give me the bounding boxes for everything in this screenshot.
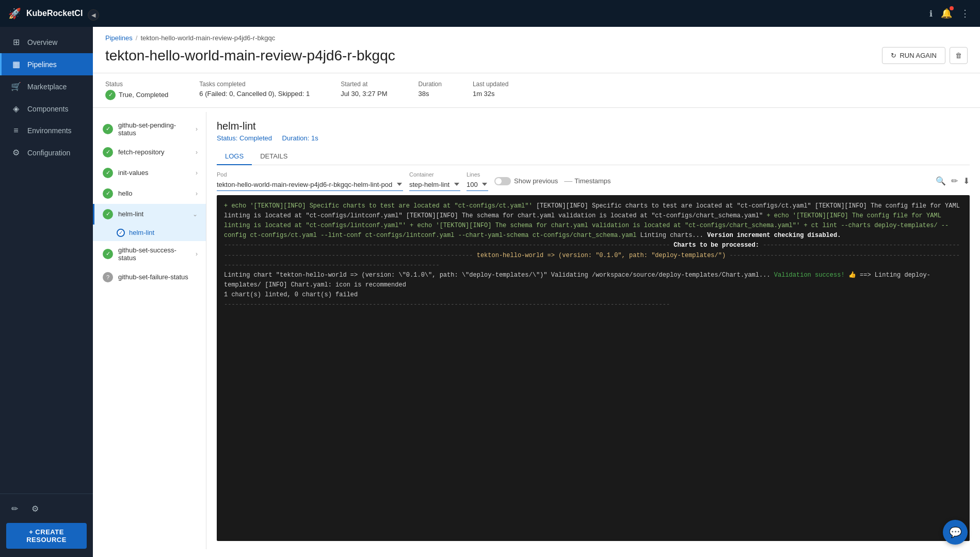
search-icon[interactable]: 🔍	[936, 176, 946, 186]
step-github-set-failure[interactable]: ? github-set-failure-status	[93, 267, 206, 288]
settings-icon-button[interactable]: ⚙	[27, 500, 43, 517]
sidebar: 🚀 KubeRocketCI ◀ ⊞ Overview ▦ Pipelines …	[0, 0, 93, 557]
started-label: Started at	[341, 81, 387, 88]
step-success-icon: ✓	[103, 168, 113, 178]
sidebar-item-label: Configuration	[27, 149, 70, 157]
create-resource-label: + CREATE RESOURCE	[12, 528, 81, 544]
sub-step-label: helm-lint	[129, 229, 154, 236]
page-title-area: tekton-hello-world-main-review-p4jd6-r-b…	[93, 45, 980, 73]
run-again-icon: ↻	[891, 52, 896, 59]
container-select[interactable]: step-helm-lint	[409, 179, 460, 191]
step-success-icon: ✓	[103, 188, 113, 199]
started-value: Jul 30, 3:27 PM	[341, 90, 387, 98]
chevron-right-icon: ›	[196, 250, 198, 258]
sidebar-item-label: Environments	[27, 126, 72, 135]
sidebar-item-components[interactable]: ◈ Components	[0, 98, 93, 120]
step-label: init-values	[118, 169, 190, 177]
show-previous-switch[interactable]	[494, 177, 511, 185]
notification-dot	[950, 6, 954, 10]
step-github-set-success[interactable]: ✓ github-set-success-status ›	[93, 241, 206, 267]
breadcrumb-pipelines-link[interactable]: Pipelines	[105, 34, 133, 42]
sidebar-item-pipelines[interactable]: ▦ Pipelines	[0, 53, 93, 75]
tab-details[interactable]: DETAILS	[252, 148, 296, 165]
info-icon[interactable]: ℹ	[929, 9, 933, 19]
sidebar-item-configuration[interactable]: ⚙ Configuration	[0, 141, 93, 164]
pod-field: Pod tekton-hello-world-main-review-p4jd6…	[217, 171, 403, 191]
step-label: hello	[118, 189, 190, 197]
chevron-right-icon: ›	[196, 169, 198, 177]
chat-fab-button[interactable]: 💬	[943, 520, 968, 545]
app-name: KubeRocketCI	[26, 9, 83, 18]
sidebar-item-environments[interactable]: ≡ Environments	[0, 120, 93, 141]
status-value: ✓ True, Completed	[105, 90, 168, 100]
status-item-status: Status ✓ True, Completed	[105, 81, 168, 100]
topbar: ℹ 🔔 ⋮	[93, 0, 980, 27]
pipelines-icon: ▦	[11, 59, 21, 69]
panel-title: helm-lint	[217, 120, 970, 132]
breadcrumb-current: tekton-hello-world-main-review-p4jd6-r-b…	[140, 34, 275, 42]
download-icon[interactable]: ⬇	[963, 176, 970, 186]
step-success-icon: ✓	[103, 209, 113, 219]
panel-meta: Status: Completed Duration: 1s	[217, 134, 970, 142]
step-label: github-set-failure-status	[118, 273, 198, 281]
delete-icon: 🗑	[955, 52, 962, 59]
status-label: Status	[105, 81, 168, 88]
components-icon: ◈	[11, 104, 21, 114]
duration-value: 38s	[419, 90, 442, 98]
step-outline-icon: ✓	[117, 229, 125, 237]
sidebar-item-label: Components	[27, 105, 68, 113]
pod-select[interactable]: tekton-hello-world-main-review-p4jd6-r-b…	[217, 179, 403, 191]
sidebar-item-label: Marketplace	[27, 83, 67, 91]
step-success-icon: ✓	[103, 249, 113, 259]
chevron-down-icon: ⌄	[192, 211, 198, 218]
step-hello[interactable]: ✓ hello ›	[93, 183, 206, 204]
overview-icon: ⊞	[11, 37, 21, 47]
step-label: fetch-repository	[118, 148, 190, 156]
step-label: github-set-success-status	[118, 246, 190, 262]
container-field: Container step-helm-lint	[409, 171, 460, 191]
run-again-button[interactable]: ↻ RUN AGAIN	[882, 47, 945, 64]
edit-icon-button[interactable]: ✏	[6, 500, 23, 517]
step-success-icon: ✓	[103, 124, 113, 134]
status-meta-value: Completed	[239, 134, 272, 142]
duration-meta-value: 1s	[311, 134, 318, 142]
step-helm-lint[interactable]: ✓ helm-lint ⌄	[93, 204, 206, 225]
terminal-output[interactable]: + echo '[TEKTON][INFO] Specific charts t…	[217, 195, 970, 541]
status-item-tasks: Tasks completed 6 (Failed: 0, Cancelled …	[199, 81, 310, 100]
sub-step-helm-lint[interactable]: ✓ helm-lint	[93, 225, 206, 241]
toggle-knob	[495, 178, 502, 184]
logo-icon: 🚀	[8, 7, 21, 20]
step-fetch-repository[interactable]: ✓ fetch-repository ›	[93, 142, 206, 163]
log-panel: helm-lint Status: Completed Duration: 1s…	[206, 112, 980, 549]
create-resource-button[interactable]: + CREATE RESOURCE	[6, 523, 87, 549]
run-again-label: RUN AGAIN	[899, 52, 937, 59]
tasks-value: 6 (Failed: 0, Cancelled 0), Skipped: 1	[199, 90, 310, 98]
timestamps-dash-icon: —	[564, 177, 572, 186]
marketplace-icon: 🛒	[11, 82, 21, 91]
status-check-icon: ✓	[105, 90, 116, 100]
more-menu-icon[interactable]: ⋮	[960, 8, 970, 19]
sidebar-item-overview[interactable]: ⊞ Overview	[0, 31, 93, 53]
delete-button[interactable]: 🗑	[950, 47, 968, 64]
notifications-icon[interactable]: 🔔	[941, 8, 952, 19]
lines-select[interactable]: 100	[467, 179, 488, 191]
step-init-values[interactable]: ✓ init-values ›	[93, 163, 206, 183]
step-github-set-pending[interactable]: ✓ github-set-pending-status ›	[93, 116, 206, 142]
two-col-layout: ✓ github-set-pending-status › ✓ fetch-re…	[93, 112, 980, 549]
collapse-icon: ◀	[91, 12, 95, 19]
log-toolbar: Pod tekton-hello-world-main-review-p4jd6…	[217, 171, 970, 191]
edit-log-icon[interactable]: ✏	[951, 176, 958, 186]
topbar-right: ℹ 🔔 ⋮	[929, 8, 970, 19]
page-title: tekton-hello-world-main-review-p4jd6-r-b…	[105, 47, 395, 65]
page-actions: ↻ RUN AGAIN 🗑	[882, 47, 968, 64]
sidebar-header: 🚀 KubeRocketCI	[0, 0, 93, 27]
sidebar-collapse-button[interactable]: ◀	[88, 9, 99, 21]
duration-label: Duration	[419, 81, 442, 88]
sidebar-item-marketplace[interactable]: 🛒 Marketplace	[0, 75, 93, 98]
chevron-right-icon: ›	[196, 190, 198, 197]
sidebar-bottom: ✏ ⚙	[0, 494, 93, 523]
pipeline-steps-panel: ✓ github-set-pending-status › ✓ fetch-re…	[93, 112, 206, 549]
last-updated-value: 1m 32s	[473, 90, 508, 98]
tab-logs[interactable]: LOGS	[217, 148, 252, 165]
environments-icon: ≡	[11, 126, 21, 135]
